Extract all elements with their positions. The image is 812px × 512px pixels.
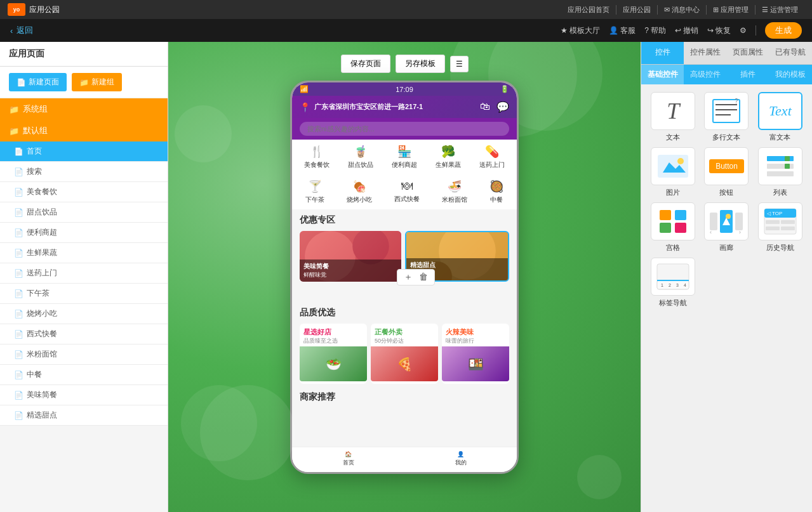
svg-point-20 [726,214,731,219]
tab-nav[interactable]: 已有导航 [769,42,812,64]
sidebar-item-fresh[interactable]: 📄 生鲜果蔬 [0,243,168,263]
widget-grid-w[interactable]: 宫格 [649,202,697,253]
page-icon-food: 📄 [14,188,23,197]
logo-icon: yo [8,3,25,16]
sidebar-item-search[interactable]: 📄 搜索 [0,162,168,182]
bottom-nav-home[interactable]: 🏠 首页 [343,451,354,468]
quality-card-3[interactable]: 火辣美味 味蕾的旅行 🍱 [442,324,509,384]
widget-image[interactable]: 图片 [649,147,697,197]
widget-text[interactable]: T 文本 [649,92,697,142]
right-subtabs: 基础控件 高级控件 插件 我的模板 [641,65,812,84]
sidebar-item-medicine[interactable]: 📄 送药上门 [0,263,168,284]
cat-fresh-label: 生鲜果蔬 [436,161,461,169]
subtab-plugin[interactable]: 插件 [727,65,769,84]
subtab-advanced[interactable]: 高级控件 [684,65,726,84]
svg-rect-10 [767,171,794,176]
widget-history-nav-icon-box: ◁ TOP [758,202,802,240]
sidebar-group-def[interactable]: 📁 默认组 [0,120,168,141]
canvas-menu-button[interactable]: ☰ [450,56,469,72]
widget-history-nav[interactable]: ◁ TOP 历史导航 [756,202,804,253]
phone-content: 🍴 美食餐饮 🧋 甜点饮品 🏪 便利商超 🥦 生鲜果蔬 [292,140,517,447]
widget-button[interactable]: Button 按钮 [702,147,750,197]
sidebar-item-simple-meal[interactable]: 📄 美味简餐 [0,385,168,405]
widget-list-icon-box [758,147,802,185]
sidebar-item-tea[interactable]: 📄 下午茶 [0,284,168,304]
widget-list[interactable]: 列表 [756,147,804,197]
category-row-2: 🍸 下午茶 🍖 烧烤小吃 🍽 西式快餐 🍜 米粉面馆 [292,174,517,209]
category-row-1: 🍴 美食餐饮 🧋 甜点饮品 🏪 便利商超 🥦 生鲜果蔬 [292,140,517,174]
quality-card-2[interactable]: 正餐外卖 50分钟必达 🍕 [371,324,438,384]
generate-button[interactable]: 生成 [765,22,802,39]
cat-medicine[interactable]: 💊 送药上门 [479,145,505,169]
sidebar-item-food[interactable]: 📄 美食餐饮 [0,182,168,202]
redo-btn[interactable]: ↪ 恢复 [707,25,731,36]
undo-icon: ↩ [675,26,681,35]
cat-dessert-icon: 🧋 [354,145,368,159]
tab-control-props[interactable]: 控件属性 [684,42,726,64]
widget-richtext[interactable]: Text 富文本 [756,92,804,142]
new-group-button[interactable]: 📁 新建组 [72,73,122,91]
sidebar-item-chinese[interactable]: 📄 中餐 [0,365,168,385]
message-icon[interactable]: 💬 [496,101,509,113]
bottom-nav-profile[interactable]: 👤 我的 [455,451,467,468]
cat-dessert[interactable]: 🧋 甜点饮品 [348,145,373,169]
sidebar-item-selected-dessert[interactable]: 📄 精选甜点 [0,405,168,426]
sidebar-item-noodle[interactable]: 📄 米粉面馆 [0,345,168,365]
help-btn[interactable]: ? 帮助 [644,25,666,36]
page-icon-noodle: 📄 [14,350,23,359]
cat-convenience[interactable]: 🏪 便利商超 [392,145,417,169]
widget-tab-nav[interactable]: 1 2 3 4 标签导航 [649,258,697,308]
nav-link-msg[interactable]: ✉ 消息中心 [658,5,707,15]
sidebar-page-list: 📁 系统组 📁 默认组 📄 首页 📄 搜索 📄 美食餐饮 📄 甜点饮品 [0,98,168,512]
page-icon-bbq: 📄 [14,310,23,318]
cat-bbq[interactable]: 🍖 烧烤小吃 [347,180,372,204]
nav-link-ops[interactable]: ☰ 运营管理 [755,5,804,15]
nav-link-home[interactable]: 应用公园首页 [561,5,616,15]
cat-noodle[interactable]: 🍜 米粉面馆 [442,180,467,204]
quality-card-1[interactable]: 星选好店 品质臻至之选 🥗 [300,324,367,384]
page-icon-medicine: 📄 [14,269,23,278]
subtab-mytemplate[interactable]: 我的模板 [769,65,812,84]
promo-card-1-overlay: 美味简餐 鲜醒味觉 [300,259,401,282]
sidebar-item-bbq[interactable]: 📄 烧烤小吃 [0,304,168,324]
new-page-button[interactable]: 📄 新建页面 [9,73,67,91]
sidebar-item-western[interactable]: 📄 西式快餐 [0,324,168,345]
cat-chinese[interactable]: 🥘 中餐 [489,180,503,204]
template-hall-btn[interactable]: ★ 模板大厅 [561,25,600,36]
sidebar-item-convenience[interactable]: 📄 便利商超 [0,223,168,243]
phone-search-input[interactable] [300,122,509,136]
widget-tab-nav-icon-box: 1 2 3 4 [651,258,695,296]
customer-service-btn[interactable]: 👤 客服 [609,25,636,36]
promo-card-1[interactable]: 美味简餐 鲜醒味觉 [300,231,401,282]
tab-controls[interactable]: 控件 [641,42,684,64]
shopping-icon[interactable]: 🛍 [480,101,490,113]
save-page-button[interactable]: 保存页面 [341,55,390,73]
canvas-area: 保存页面 另存模板 ☰ 📶 17:09 🔋 📍 广东省深圳市宝安区前进一路217… [168,42,641,512]
cat-tea[interactable]: 🍸 下午茶 [305,180,324,204]
widget-multitext[interactable]: ? 多行文本 [702,92,750,142]
undo-btn[interactable]: ↩ 撤销 [675,25,698,36]
widget-multitext-icon-box: ? [704,92,749,130]
cat-western[interactable]: 🍽 西式快餐 [394,180,420,204]
settings-btn[interactable]: ⚙ [740,26,747,35]
add-promo-btn[interactable]: ＋ [404,272,413,283]
subtab-basic[interactable]: 基础控件 [641,65,684,84]
cat-convenience-label: 便利商超 [392,161,417,169]
sidebar-group-sys[interactable]: 📁 系统组 [0,98,168,120]
tab-page-props[interactable]: 页面属性 [727,42,769,64]
delete-promo-btn[interactable]: 🗑 [419,272,428,283]
phone-header: 📍 广东省深圳市宝安区前进一路217-1 🛍 💬 [292,96,517,118]
svg-point-7 [677,158,684,164]
nav-link-appmanage[interactable]: ⊞ 应用管理 [707,5,755,15]
save-as-template-button[interactable]: 另存模板 [396,55,445,73]
widget-gallery[interactable]: ‹ › 画廊 [702,202,750,253]
quality-card-3-title: 火辣美味 [446,327,505,337]
cat-fresh[interactable]: 🥦 生鲜果蔬 [436,145,461,169]
nav-link-app[interactable]: 应用公园 [616,5,658,15]
canvas-toolbar: 保存页面 另存模板 ☰ [341,55,469,73]
back-button[interactable]: ‹ 返回 [10,25,33,36]
sidebar-item-homepage[interactable]: 📄 首页 [0,141,168,162]
sidebar-item-dessert[interactable]: 📄 甜点饮品 [0,202,168,223]
cat-food[interactable]: 🍴 美食餐饮 [304,145,329,169]
multitext-icon: ? [710,97,742,125]
